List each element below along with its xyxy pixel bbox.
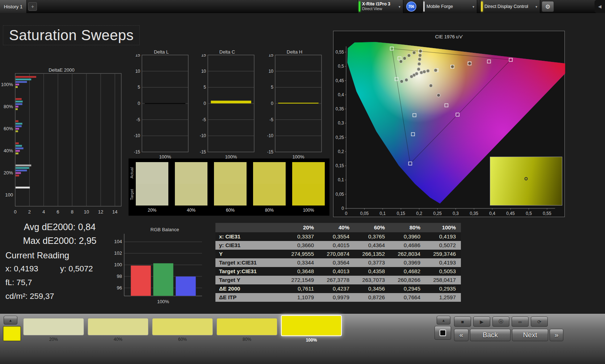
meter-status-indicator <box>359 1 360 12</box>
svg-text:12: 12 <box>98 209 103 215</box>
inset-measured-point <box>525 177 528 180</box>
display-control-dropdown[interactable]: Direct Display Control ▾ <box>480 0 540 13</box>
calibration-app-window: History 1 + X-Rite i1Pro 3 Direct View ▾… <box>0 0 605 364</box>
table-header: 20% <box>283 223 319 232</box>
table-cell: 0,3554 <box>319 232 354 241</box>
cie-diagram-panel: CIE 1976 u'v' 000,050,050,10,10,150,150,… <box>333 31 565 217</box>
continuous-button[interactable]: ∞ <box>512 317 529 327</box>
reading-y: y: 0,5072 <box>60 264 93 273</box>
saturation-20%-button[interactable]: 20% <box>23 315 84 342</box>
actual-patch <box>292 162 325 184</box>
reading-cdm2: cd/m²: 259,37 <box>5 292 113 301</box>
table-cell: 258,0417 <box>425 276 461 284</box>
svg-text:-10: -10 <box>134 133 140 138</box>
table-cell: 0,3564 <box>319 258 354 267</box>
max-de2000: Max dE2000: 2,95 <box>4 234 116 247</box>
table-cell: 0,3660 <box>283 241 319 250</box>
collapse-panel-button[interactable]: ◀ <box>595 0 605 13</box>
svg-text:80%: 80% <box>4 104 13 109</box>
table-cell: 0,2945 <box>390 284 425 293</box>
target-patch <box>214 184 247 206</box>
display-status-indicator <box>481 1 483 12</box>
target-patch <box>292 184 325 206</box>
svg-text:0,15: 0,15 <box>336 163 344 168</box>
table-cell: 267,3778 <box>319 276 354 284</box>
saturation-80%-button[interactable]: 80% <box>217 315 277 342</box>
svg-text:0,05: 0,05 <box>336 192 344 197</box>
meter-count-badge[interactable]: 706 <box>406 1 416 12</box>
table-cell: 1,1079 <box>283 293 319 302</box>
pattern-window-button[interactable] <box>434 326 451 340</box>
table-header: 80% <box>390 223 425 232</box>
table-row-label: Target Y <box>215 276 283 284</box>
table-cell: 0,8726 <box>354 293 390 302</box>
history-tab[interactable]: History 1 <box>0 0 27 13</box>
svg-text:100: 100 <box>114 262 122 267</box>
svg-text:0,4: 0,4 <box>338 92 344 97</box>
next-page-icon-button[interactable]: » <box>550 329 563 341</box>
current-color-swatch[interactable] <box>3 326 21 341</box>
svg-text:60%: 60% <box>4 126 13 131</box>
cie-zoom-inset <box>490 157 562 206</box>
prev-page-icon-button[interactable]: « <box>454 329 469 341</box>
add-tab-button[interactable]: + <box>28 2 37 11</box>
meter-mode: Direct View <box>362 7 398 11</box>
back-button[interactable]: Back <box>470 329 511 341</box>
svg-text:15: 15 <box>269 54 274 58</box>
table-header: 40% <box>319 223 354 232</box>
preset-h-button[interactable]: Ⓗ <box>492 317 509 327</box>
meter-dropdown[interactable]: X-Rite i1Pro 3 Direct View ▾ <box>358 0 403 13</box>
swatch-color <box>88 318 148 335</box>
next-button[interactable]: Next <box>512 329 548 341</box>
swatch-label: 100% <box>281 338 342 343</box>
svg-text:0,05: 0,05 <box>360 211 369 216</box>
measurement-table: 20%40%60%80%100%x: CIE310,33370,35540,37… <box>215 223 461 302</box>
settings-gear-button[interactable]: ⚙ <box>542 1 554 12</box>
table-cell: 0,9979 <box>319 293 354 302</box>
actual-patch <box>253 162 286 184</box>
svg-text:-5: -5 <box>202 117 206 122</box>
target-patch <box>136 184 168 206</box>
table-row-label: ΔE ITP <box>215 293 283 302</box>
table-cell: 259,3746 <box>425 250 461 258</box>
delta-h-chart: 151050-5-10-15100% <box>266 54 323 161</box>
refresh-button[interactable]: ⟳ <box>531 317 548 327</box>
saturation-40%-button[interactable]: 40% <box>88 315 148 342</box>
saturation-60%-button[interactable]: 60% <box>152 315 213 342</box>
svg-text:-15: -15 <box>267 149 274 155</box>
patch-label: 80% <box>253 208 286 213</box>
patch-60%: 60% <box>214 162 247 213</box>
svg-text:-5: -5 <box>269 117 273 122</box>
table-header: 100% <box>425 223 461 232</box>
expand-swatches-button[interactable]: ▲ <box>4 316 17 325</box>
stop-button[interactable]: ■ <box>454 317 471 327</box>
svg-text:15: 15 <box>135 54 140 58</box>
swatch-label: 60% <box>152 337 213 342</box>
svg-text:0: 0 <box>203 101 206 106</box>
expand-controls-button[interactable]: ▲ <box>437 316 450 325</box>
svg-text:0,1: 0,1 <box>338 177 344 182</box>
play-button[interactable]: ▶ <box>473 317 490 327</box>
table-cell: 0,3969 <box>390 258 425 267</box>
svg-text:104: 104 <box>114 239 122 244</box>
table-cell: 0,4013 <box>319 267 354 276</box>
svg-text:15: 15 <box>201 54 206 58</box>
svg-text:0,45: 0,45 <box>336 78 344 83</box>
saturation-100%-button[interactable]: 100% <box>281 315 342 343</box>
table-cell: 0,4237 <box>319 284 354 293</box>
table-cell: 0,3344 <box>283 258 319 267</box>
actual-row-label: Actual <box>130 162 134 184</box>
svg-text:0: 0 <box>138 101 140 106</box>
svg-text:2: 2 <box>28 209 31 215</box>
svg-text:5: 5 <box>271 85 273 90</box>
patch-100%: 100% <box>292 162 325 213</box>
svg-text:0,25: 0,25 <box>336 135 344 140</box>
table-cell: 0,4193 <box>425 258 461 267</box>
table-cell: 0,3337 <box>283 232 319 241</box>
target-patch <box>175 184 207 206</box>
svg-text:0,55: 0,55 <box>543 211 551 216</box>
de2000-summary: Avg dE2000: 0,84 Max dE2000: 2,95 <box>4 220 116 247</box>
table-cell: 0,3456 <box>354 284 390 293</box>
table-cell: 0,3765 <box>354 232 390 241</box>
pattern-source-dropdown[interactable]: Mobile Forge ▾ <box>422 0 477 13</box>
